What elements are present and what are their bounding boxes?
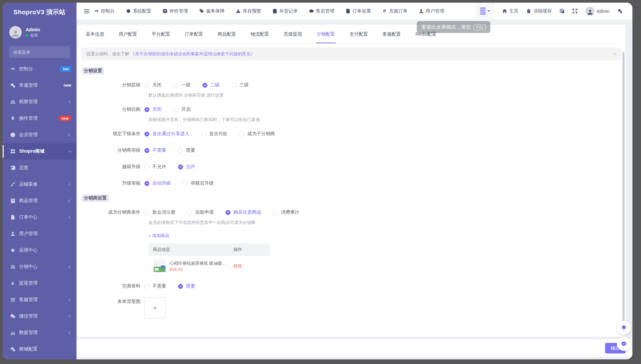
sidebar-item-members[interactable]: 会员管理 bbox=[3, 127, 76, 143]
topnav-after-sale[interactable]: 售后管理 bbox=[309, 8, 334, 14]
remove-link[interactable]: 移除 bbox=[233, 263, 242, 268]
radio-lock-first-pay[interactable]: 首次付款 bbox=[201, 131, 228, 137]
topnav-restock-log[interactable]: 补货记录 bbox=[272, 8, 298, 14]
sidebar-item-data[interactable]: 数据管理 bbox=[3, 324, 76, 341]
radio-lock-share[interactable]: 首次通过分享进入 bbox=[144, 131, 189, 137]
radio-become-buy-any[interactable]: 购买任意商品 bbox=[226, 209, 261, 215]
section-agent-settings: 分销商设置 bbox=[82, 195, 109, 202]
radio-profile-no[interactable]: 不需要 bbox=[144, 283, 166, 289]
chat-button[interactable] bbox=[617, 337, 631, 351]
tab-order-config[interactable]: 订单配置 bbox=[184, 31, 204, 43]
radio-selfbuy-off[interactable]: 关闭 bbox=[144, 106, 162, 112]
radio-selfbuy-on[interactable]: 开启 bbox=[173, 106, 191, 112]
topbar-nav: 控制台 系统配置 评价管理 服务保障 库存预警 bbox=[94, 8, 476, 14]
topbar: 控制台 系统配置 评价管理 服务保障 库存预警 bbox=[76, 3, 632, 20]
topnav-stock-warning[interactable]: 库存预警 bbox=[236, 8, 261, 14]
tab-user-config[interactable]: 用户配置 bbox=[118, 31, 138, 43]
yen-icon: ¥ bbox=[10, 281, 15, 286]
chevron-left-icon bbox=[69, 315, 72, 318]
topnav-system-config[interactable]: 系统配置 bbox=[126, 8, 151, 14]
home-link[interactable]: 主页 bbox=[502, 8, 518, 14]
radio-level-3[interactable]: 三级 bbox=[231, 82, 249, 88]
sidebar-item-permissions[interactable]: 权限管理 bbox=[3, 94, 76, 110]
star-icon bbox=[10, 248, 15, 253]
topbar-user[interactable]: Admin bbox=[585, 7, 610, 16]
sidebar-item-mall-config[interactable]: 商城配置 bbox=[3, 341, 76, 357]
settings-tabbar: 基本信息 用户配置 平台配置 订单配置 商品配置 物流配置 充值提现 分销配置 … bbox=[77, 25, 626, 44]
radio-level-2[interactable]: 二级 bbox=[202, 82, 220, 88]
collapse-menu-icon[interactable] bbox=[84, 9, 89, 13]
sidebar-item-goods[interactable]: 商品管理 bbox=[3, 193, 76, 209]
radio-become-spend[interactable]: 消费累计 bbox=[273, 209, 299, 215]
topnav-user-management[interactable]: 用户管理 bbox=[419, 8, 444, 14]
sidebar-item-dashboard[interactable]: 控制台 hot bbox=[3, 61, 76, 77]
tab-goods-config[interactable]: 商品配置 bbox=[217, 31, 237, 43]
radio-become-register[interactable]: 新会员注册 bbox=[144, 209, 175, 215]
topnav-invoices[interactable]: 订单发票 bbox=[346, 8, 371, 14]
settings-gears-icon[interactable] bbox=[618, 9, 623, 14]
menu-search[interactable] bbox=[9, 46, 70, 58]
field-skip-upgrade: 越级升级 不允许 允许 bbox=[81, 162, 626, 172]
shopro-icon bbox=[10, 149, 15, 154]
sidebar-profile[interactable]: Admin 在线 bbox=[3, 22, 76, 43]
sidebar-item-app-center[interactable]: 应用中心 bbox=[3, 242, 76, 258]
tab-distribution-config[interactable]: 分销配置 bbox=[316, 31, 336, 43]
language-icon[interactable] bbox=[560, 9, 565, 14]
tab-basic-info[interactable]: 基本信息 bbox=[85, 31, 105, 43]
sidebar-item-users[interactable]: 用户管理 bbox=[3, 226, 76, 242]
tab-logistics-config[interactable]: 物流配置 bbox=[250, 31, 270, 43]
topnav-recharge-orders[interactable]: P 充值订单 bbox=[382, 8, 408, 14]
fullscreen-icon[interactable] bbox=[572, 9, 577, 14]
tab-payment-config[interactable]: 支付配置 bbox=[349, 31, 369, 43]
sidebar-item-wechat[interactable]: 微信管理 bbox=[3, 308, 76, 324]
sidebar-item-distribution[interactable]: 分销中心 bbox=[3, 258, 76, 275]
radio-skip-deny[interactable]: 不允许 bbox=[144, 164, 166, 170]
sidebar-item-store-design[interactable]: 店铺装修 bbox=[3, 176, 76, 193]
radio-audit-no[interactable]: 不需要 bbox=[144, 147, 166, 153]
new-text-badge: new bbox=[64, 83, 71, 88]
topnav-service-guarantee[interactable]: 服务保障 bbox=[199, 8, 225, 14]
close-icon[interactable]: × bbox=[613, 51, 616, 57]
gears-icon bbox=[10, 347, 15, 352]
radio-profile-yes[interactable]: 需要 bbox=[178, 283, 195, 289]
sidebar-item-general[interactable]: 常规管理 new bbox=[3, 77, 76, 94]
sidebar-item-overview[interactable]: 总览 bbox=[3, 160, 76, 176]
sidebar-item-withdraw[interactable]: ¥ 提现管理 bbox=[3, 275, 76, 291]
sidebar-item-service[interactable]: 客服管理 bbox=[3, 291, 76, 308]
notification-bell-button[interactable] bbox=[617, 321, 631, 335]
search-input[interactable] bbox=[13, 50, 71, 55]
layout-menu-button[interactable] bbox=[476, 3, 494, 20]
chat-icon bbox=[621, 341, 627, 347]
radio-skip-allow[interactable]: 允许 bbox=[178, 164, 195, 170]
paypal-icon: P bbox=[382, 9, 387, 14]
add-goods-button[interactable]: + 添加商品 bbox=[148, 233, 169, 239]
settings-card: 基本信息 用户配置 平台配置 订单配置 商品配置 物流配置 充值提现 分销配置 … bbox=[77, 25, 626, 337]
upload-image-button[interactable]: + bbox=[144, 297, 166, 318]
sidebar-item-plugins[interactable]: 插件管理 new bbox=[3, 110, 76, 127]
clear-cache-button[interactable]: 清除缓存 bbox=[526, 8, 552, 14]
radio-level-off[interactable]: 关闭 bbox=[144, 82, 162, 88]
topnav-dashboard[interactable]: 控制台 bbox=[94, 8, 115, 14]
field-complete-profile: 完善资料 不需要 需要 bbox=[81, 281, 626, 291]
sidebar-item-orders[interactable]: 订单中心 bbox=[3, 209, 76, 226]
field-form-bg-image: 表单背景图 + bbox=[81, 297, 626, 318]
law-link[interactable]: 《关于办理组织领导传销活动刑事案件适用法律若干问题的意见》 bbox=[131, 51, 255, 57]
radio-level-1[interactable]: 一级 bbox=[173, 82, 191, 88]
gear-icon bbox=[126, 9, 131, 14]
list-icon bbox=[480, 8, 486, 15]
topnav-reviews[interactable]: 评价管理 bbox=[163, 8, 188, 14]
tab-recharge-withdraw[interactable]: 充值提现 bbox=[283, 31, 303, 43]
tab-service-config[interactable]: 客服配置 bbox=[382, 31, 402, 43]
bell-icon bbox=[621, 325, 627, 331]
tab-platform-config[interactable]: 平台配置 bbox=[151, 31, 171, 43]
radio-lock-sub-agent[interactable]: 成为子分销商 bbox=[239, 131, 275, 137]
scrollbar[interactable] bbox=[623, 52, 625, 334]
plus-icon: + bbox=[153, 304, 157, 312]
radio-audit-yes[interactable]: 需要 bbox=[178, 147, 195, 153]
radio-upgrade-auto[interactable]: 自动升级 bbox=[144, 180, 171, 186]
radio-upgrade-audited[interactable]: 审核后升级 bbox=[183, 180, 214, 186]
radio-become-apply[interactable]: 自助申请 bbox=[187, 209, 214, 215]
tab-redis-config[interactable]: Redis配置 bbox=[415, 31, 437, 43]
warning-icon bbox=[236, 9, 241, 14]
sidebar-item-shopro-mall[interactable]: Shopro商城 bbox=[3, 143, 76, 160]
